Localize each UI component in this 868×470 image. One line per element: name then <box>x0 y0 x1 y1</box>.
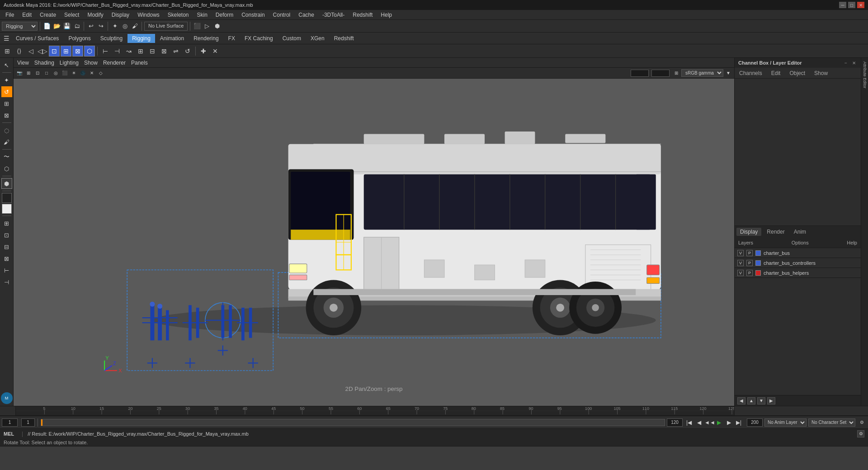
vp-wireframe-btn[interactable]: □ <box>42 69 51 77</box>
vp-menu-panels[interactable]: Panels <box>131 60 148 66</box>
tab-redshift[interactable]: Redshift <box>330 34 359 43</box>
layer-v-btn-2[interactable]: V <box>737 260 744 266</box>
step-forward-btn[interactable]: ▶ <box>724 418 733 427</box>
sculpt-tool-left[interactable]: ⬢ <box>1 178 12 189</box>
layer-row-charter-bus[interactable]: V P charter_bus <box>735 248 861 258</box>
quick-layout-btn[interactable]: ⊞ <box>1 218 12 229</box>
vp-fit-btn[interactable]: ⊞ <box>24 69 33 77</box>
timeline-playhead[interactable] <box>41 419 42 426</box>
menu-help[interactable]: Help <box>377 11 396 19</box>
vp-gamma-toggle[interactable]: ⊞ <box>672 69 680 77</box>
vp-menu-show[interactable]: Show <box>84 60 98 66</box>
vp-menu-shading[interactable]: Shading <box>34 60 54 66</box>
tab-render[interactable]: Render <box>763 228 788 236</box>
vp-iso-select-btn[interactable]: ◇ <box>97 69 105 77</box>
vp-shadow-btn[interactable]: 🌑 <box>79 69 87 77</box>
tab-display[interactable]: Display <box>736 228 761 236</box>
select-tool-btn[interactable]: ✦ <box>110 22 119 31</box>
layout-btn2[interactable]: ⊟ <box>1 241 12 252</box>
menu-create[interactable]: Create <box>36 11 60 19</box>
paint-tool-left[interactable]: 🖌 <box>1 136 12 147</box>
paint-select-btn[interactable]: 🖌 <box>130 22 139 31</box>
snap-to-grid-btn[interactable]: ⊞ <box>2 46 13 56</box>
tab-anim[interactable]: Anim <box>790 228 810 236</box>
timeline-ruler[interactable]: 5 10 15 20 25 30 35 40 45 50 55 60 65 <box>0 406 868 416</box>
layer-v-btn-3[interactable]: V <box>737 270 744 276</box>
tab-channels[interactable]: Channels <box>736 69 765 77</box>
ik-handle-btn[interactable]: ⊣ <box>112 46 123 56</box>
layer-v-btn-1[interactable]: V <box>737 250 744 256</box>
channel-box-close-btn[interactable]: ✕ <box>851 60 857 66</box>
menu-skeleton[interactable]: Skeleton <box>164 11 193 19</box>
scale-tool-left[interactable]: ⊞ <box>1 98 12 109</box>
vp-value1-input[interactable]: 0.00 <box>631 70 649 77</box>
redo-btn[interactable]: ↪ <box>96 22 105 31</box>
minimize-button[interactable]: ─ <box>839 2 846 8</box>
render-settings-btn[interactable]: ⬛ <box>193 22 202 31</box>
color-swatch2-left[interactable] <box>2 204 12 214</box>
menu-deform[interactable]: Deform <box>212 11 237 19</box>
layout-btn3[interactable]: ⊠ <box>1 253 12 264</box>
save-scene-btn[interactable]: 💾 <box>62 22 71 31</box>
go-to-end-btn[interactable]: ▶| <box>734 418 743 427</box>
select-tool-left[interactable]: ↖ <box>1 60 12 70</box>
vp-gamma-select[interactable]: sRGB gamma <box>681 69 723 77</box>
layer-prev-btn[interactable]: ◀ <box>737 397 745 404</box>
vp-value2-input[interactable]: 1.00 <box>651 70 670 77</box>
close-button[interactable]: ✕ <box>857 2 864 8</box>
orient-joint-btn[interactable]: ↺ <box>182 46 193 56</box>
vp-menu-view[interactable]: View <box>17 60 29 66</box>
new-scene-btn[interactable]: 📄 <box>42 22 52 31</box>
connect-joint-btn[interactable]: ⊠ <box>159 46 170 56</box>
layout-btn4[interactable]: ⊢ <box>1 265 12 276</box>
tab-rendering[interactable]: Rendering <box>189 34 223 43</box>
vp-settings-btn[interactable]: ▼ <box>724 69 732 77</box>
color-swatch-left[interactable] <box>2 193 12 203</box>
menu-skin[interactable]: Skin <box>193 11 211 19</box>
tab-show[interactable]: Show <box>811 69 830 77</box>
menu-constrain[interactable]: Constrain <box>238 11 268 19</box>
play-back-btn[interactable]: ◄◄ <box>704 418 713 427</box>
help-label[interactable]: Help <box>847 240 857 245</box>
layer-row-helpers[interactable]: V P charter_bus_helpers <box>735 268 861 278</box>
layer-row-controllers[interactable]: V P charter_bus_controllers <box>735 258 861 268</box>
sidebar-toggle-btn[interactable]: ☰ <box>2 34 11 43</box>
channel-box-minimize-btn[interactable]: − <box>843 60 849 66</box>
show-manipulator-btn[interactable]: ⊡ <box>49 46 60 56</box>
tab-object[interactable]: Object <box>787 69 808 77</box>
menu-3dtoall[interactable]: -3DToAll- <box>319 11 348 19</box>
vp-camera-btn[interactable]: 📷 <box>15 69 24 77</box>
joint-tool-btn[interactable]: ⊢ <box>100 46 111 56</box>
grid-btn[interactable]: ⊡ <box>1 230 12 240</box>
plus-btn[interactable]: ✚ <box>198 46 209 56</box>
layout-btn5[interactable]: ⊣ <box>1 277 12 287</box>
maya-logo-btn[interactable]: M <box>1 392 13 404</box>
status-settings-btn[interactable]: ⚙ <box>857 430 864 437</box>
open-scene-btn[interactable]: 📂 <box>52 22 61 31</box>
tab-custom[interactable]: Custom <box>278 34 306 43</box>
snap-to-curve-btn[interactable]: ⟨⟩ <box>14 46 24 56</box>
anim-layer-dropdown[interactable]: No Anim Layer <box>764 418 807 427</box>
curve-tool-left[interactable]: 〜 <box>1 151 12 162</box>
vp-texture-btn[interactable]: ⬛ <box>61 69 69 77</box>
undo-btn[interactable]: ↩ <box>86 22 95 31</box>
menu-control[interactable]: Control <box>269 11 294 19</box>
max-frame-input[interactable] <box>747 418 763 427</box>
tab-edit[interactable]: Edit <box>769 69 783 77</box>
play-forward-btn[interactable]: ▶ <box>714 418 723 427</box>
tab-polygons[interactable]: Polygons <box>64 34 95 43</box>
vp-xray-btn[interactable]: ✕ <box>88 69 96 77</box>
layer-scroll-up-btn[interactable]: ▲ <box>747 397 755 404</box>
step-back-btn[interactable]: ◀ <box>694 418 703 427</box>
module-dropdown[interactable]: Rigging Animation Polygons <box>2 22 38 31</box>
range-end-input[interactable] <box>667 418 683 427</box>
maximize-button[interactable]: □ <box>848 2 855 8</box>
tab-rigging[interactable]: Rigging <box>127 34 155 43</box>
tab-xgen[interactable]: XGen <box>306 34 329 43</box>
insert-joint-btn[interactable]: ⊞ <box>135 46 146 56</box>
menu-file[interactable]: File <box>2 11 18 19</box>
attribute-editor-label[interactable]: Attribute Editor <box>862 60 868 90</box>
show-manip-left[interactable]: ⊠ <box>1 110 12 121</box>
menu-windows[interactable]: Windows <box>134 11 163 19</box>
sym-btn[interactable]: ⬡ <box>84 46 95 56</box>
